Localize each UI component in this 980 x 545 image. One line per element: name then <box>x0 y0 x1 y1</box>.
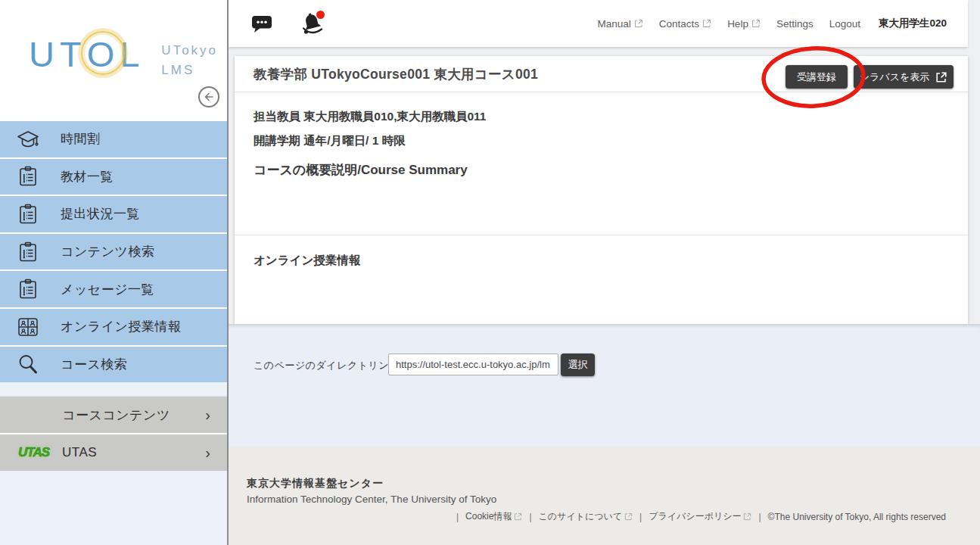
footer-org-japanese: 東京大学情報基盤センター <box>247 477 384 490</box>
settings-link[interactable]: Settings <box>776 18 814 30</box>
video-conference-grid-icon <box>17 317 39 337</box>
notification-bell-icon <box>298 9 327 38</box>
select-url-button[interactable]: 選択 <box>561 353 595 376</box>
search-icon <box>17 353 39 375</box>
direct-link-section: このページのダイレクトリンク 選択 <box>229 324 980 447</box>
course-term: 開講学期 通年/月曜日/ 1 時限 <box>254 133 406 149</box>
chevron-right-icon: › <box>205 407 210 422</box>
external-link-icon <box>935 71 947 83</box>
course-title-row: 教養学部 UTokyoCourse001 東大用コース001 受講登録 シラバス… <box>235 56 968 92</box>
contacts-link[interactable]: Contacts <box>659 18 711 30</box>
chevron-right-icon: › <box>205 445 210 460</box>
external-link-icon <box>634 19 643 28</box>
messages-button[interactable] <box>251 0 272 47</box>
sidebar-item-label: UTAS <box>62 445 97 460</box>
notifications-button[interactable] <box>298 0 327 47</box>
clipboard-icon <box>17 166 39 187</box>
register-course-button[interactable]: 受講登録 <box>786 65 848 89</box>
sidebar-item-label: 時間割 <box>61 130 101 148</box>
sidebar-item-label: オンライン授業情報 <box>61 318 182 335</box>
sidebar: UTOL UTokyo LMS 時間割 <box>0 0 229 545</box>
logo-area: UTOL UTokyo LMS <box>0 0 227 121</box>
arrow-left-icon <box>203 91 215 103</box>
about-site-link[interactable]: このサイトについて <box>539 510 633 523</box>
sidebar-item-timetable[interactable]: 時間割 <box>0 121 227 157</box>
privacy-policy-link[interactable]: プライバシーポリシー <box>649 510 751 523</box>
sidebar-collapse-button[interactable] <box>198 86 219 107</box>
topbar: Manual Contacts Help Settings Logout 東大用… <box>229 0 968 47</box>
external-link-icon <box>624 512 633 521</box>
sidebar-menu: 時間割 教材一覧 提出状況一覧 <box>0 121 227 382</box>
show-syllabus-button[interactable]: シラバスを表示 <box>854 65 954 89</box>
sidebar-item-label: コース検索 <box>61 356 127 373</box>
footer-links-row: | Cookie情報 | このサイトについて | プライバシーポリシー | ©T… <box>456 510 946 523</box>
external-link-icon <box>702 19 711 28</box>
utol-logo-text: UTOL <box>29 36 145 72</box>
sidebar-item-submission-status[interactable]: 提出状況一覧 <box>0 196 227 232</box>
sidebar-item-label: 教材一覧 <box>61 168 114 185</box>
notification-dot <box>316 11 325 19</box>
sidebar-item-course-contents[interactable]: コースコンテンツ › <box>0 397 227 433</box>
external-link-icon <box>751 19 761 28</box>
help-link[interactable]: Help <box>727 18 761 30</box>
utas-logo-icon: UTAS <box>18 445 49 460</box>
direct-link-url-input[interactable] <box>388 353 558 375</box>
sidebar-item-messages[interactable]: メッセージ一覧 <box>0 271 227 307</box>
sidebar-item-label: 提出状況一覧 <box>61 205 140 223</box>
copyright-text: ©The University of Tokyo, All rights res… <box>768 512 946 522</box>
clipboard-icon <box>17 241 39 263</box>
course-card: 教養学部 UTokyoCourse001 東大用コース001 受講登録 シラバス… <box>235 56 968 324</box>
utol-lms-page: { "colors": { "sidebar_item_blue": "#a9c… <box>0 0 980 545</box>
sidebar-item-label: コンテンツ検索 <box>61 243 155 260</box>
sidebar-item-content-search[interactable]: コンテンツ検索 <box>0 234 227 270</box>
sidebar-item-label: コースコンテンツ <box>62 406 170 424</box>
sidebar-item-materials[interactable]: 教材一覧 <box>0 159 227 195</box>
topbar-links: Manual Contacts Help Settings Logout 東大用… <box>598 0 947 47</box>
footer-org-english: Information Technology Center, The Unive… <box>247 494 496 505</box>
course-title: 教養学部 UTokyoCourse001 東大用コース001 <box>254 56 538 92</box>
manual-link[interactable]: Manual <box>598 18 643 30</box>
utol-logo-subtitle: UTokyo LMS <box>161 41 218 79</box>
section-divider <box>235 235 968 235</box>
sidebar-item-utas[interactable]: UTAS UTAS › <box>0 434 227 471</box>
sidebar-item-course-search[interactable]: コース検索 <box>0 347 227 383</box>
chat-bubble-icon <box>251 14 272 33</box>
sidebar-expand-area: コースコンテンツ › UTAS UTAS › <box>0 397 227 471</box>
clipboard-icon <box>17 279 39 300</box>
sidebar-item-online-class-info[interactable]: オンライン授業情報 <box>0 309 227 345</box>
logout-link[interactable]: Logout <box>829 18 860 30</box>
sidebar-item-label: メッセージ一覧 <box>61 281 154 298</box>
footer: 東京大学情報基盤センター Information Technology Cent… <box>229 447 980 545</box>
external-link-icon <box>514 512 522 521</box>
online-class-info-heading: オンライン授業情報 <box>254 253 360 269</box>
clipboard-icon <box>17 204 39 225</box>
graduation-cap-icon <box>17 129 39 149</box>
course-summary-heading: コースの概要説明/Course Summary <box>254 161 468 179</box>
direct-link-label: このページのダイレクトリンク <box>254 359 400 372</box>
external-link-icon <box>743 512 751 521</box>
current-user-name: 東大用学生020 <box>879 17 947 30</box>
course-instructors: 担当教員 東大用教職員010,東大用教職員011 <box>254 109 486 125</box>
logo-ring-icon: O <box>87 36 120 72</box>
utol-logo[interactable]: UTOL UTokyo LMS <box>29 36 218 79</box>
cookie-info-link[interactable]: Cookie情報 <box>465 510 522 523</box>
